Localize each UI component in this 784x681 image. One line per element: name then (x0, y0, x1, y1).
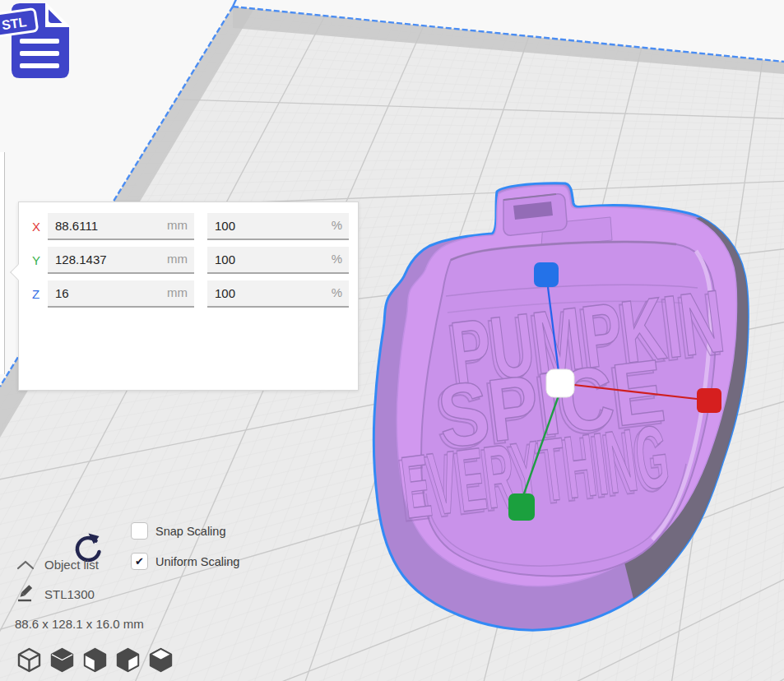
gizmo-y-handle[interactable] (508, 493, 535, 521)
scale-row-x: X mm % (19, 214, 358, 239)
pencil-icon (16, 585, 36, 603)
uniform-scaling-label: Uniform Scaling (155, 555, 239, 568)
gizmo-center-handle[interactable] (546, 369, 574, 397)
cube-front-icon (52, 649, 72, 671)
view-left-button[interactable] (82, 646, 108, 674)
scale-row-y: Y mm % (19, 248, 358, 273)
x-size-field: mm (48, 213, 194, 240)
reset-icon (77, 538, 100, 560)
left-toolbar-edge (0, 152, 5, 374)
x-percent-input[interactable] (207, 213, 349, 239)
y-percent-field: % (207, 247, 349, 274)
view-right-button[interactable] (148, 646, 174, 674)
gizmo-x-handle[interactable] (697, 388, 721, 413)
chevron-up-icon (16, 559, 35, 571)
snap-scaling-checkbox[interactable] (131, 522, 148, 540)
cube-right-face-icon (118, 649, 138, 671)
snap-scaling-row: Snap Scaling (131, 522, 225, 540)
snap-scaling-label: Snap Scaling (155, 525, 225, 538)
cube-3d-icon (19, 649, 39, 671)
cube-left-icon (85, 649, 105, 671)
z-size-field: mm (48, 280, 194, 308)
camera-view-toolbar (16, 646, 174, 674)
scale-tool-panel: X mm % Y mm % Z mm % (18, 202, 359, 391)
view-top-button[interactable] (115, 646, 141, 674)
y-size-input[interactable] (48, 247, 194, 272)
object-list-item[interactable]: STL1300 (16, 585, 95, 603)
stl-file-icon: STL (0, 0, 82, 82)
y-percent-input[interactable] (207, 247, 349, 272)
view-front-button[interactable] (49, 646, 75, 674)
x-size-input[interactable] (48, 213, 194, 239)
axis-y-label: Y (32, 253, 46, 267)
scale-row-z: Z mm % (19, 281, 358, 307)
stl-document-fold (48, 7, 64, 24)
object-list-title: Object list (44, 558, 99, 572)
x-percent-field: % (207, 213, 349, 240)
z-percent-input[interactable] (207, 280, 349, 306)
uniform-scaling-row: ✔ Uniform Scaling (131, 553, 239, 570)
model-dimensions: 88.6 x 128.1 x 16.0 mm (15, 617, 144, 631)
z-percent-field: % (207, 280, 349, 308)
axis-x-label: X (32, 220, 46, 234)
y-size-field: mm (48, 247, 194, 274)
object-list-item-name: STL1300 (44, 587, 95, 601)
stl-document-lines (20, 39, 59, 68)
axis-z-label: Z (32, 287, 46, 301)
uniform-check-mark: ✔ (135, 555, 144, 568)
cube-top-face-icon (151, 649, 171, 671)
uniform-scaling-checkbox[interactable]: ✔ (131, 553, 148, 570)
z-size-input[interactable] (48, 280, 194, 306)
object-list-header[interactable]: Object list (16, 558, 99, 572)
gizmo-z-handle[interactable] (534, 262, 559, 287)
view-3d-button[interactable] (16, 646, 42, 674)
